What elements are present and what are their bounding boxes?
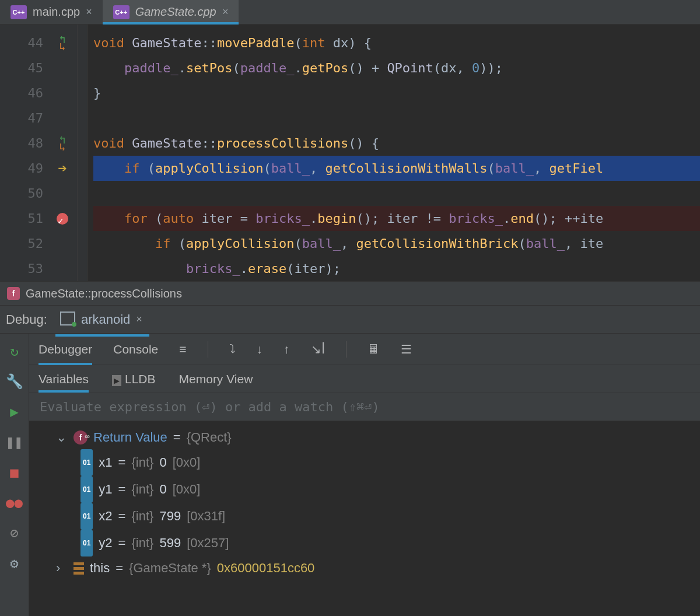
line-number: 49 xyxy=(22,156,43,181)
int-icon: 01 xyxy=(80,530,93,556)
debug-sidebar: ↻ 🔧 ▶ ❚❚ ■ ●● ⊘ ⚙ xyxy=(0,334,29,616)
breadcrumb-text[interactable]: GameState::processCollisions xyxy=(26,287,182,300)
var-name: x1 xyxy=(99,451,112,474)
step-over-icon[interactable]: ⤵ xyxy=(229,342,236,356)
debug-label: Debug: xyxy=(6,312,47,327)
code-area[interactable]: void GameState::movePaddle(int dx) { pad… xyxy=(88,24,700,281)
tab-label: main.cpp xyxy=(33,5,80,19)
int-icon: 01 xyxy=(80,449,93,476)
line-number: 48 xyxy=(22,131,43,156)
function-icon: f xyxy=(7,287,20,300)
execution-point-icon: ➔ xyxy=(58,156,67,181)
var-row-x1[interactable]: 01 x1 = {int} 0 [0x0] xyxy=(38,449,691,476)
pause-icon[interactable]: ❚❚ xyxy=(6,434,23,450)
vcs-change-icon: ↰↳ xyxy=(60,136,66,150)
cpp-file-icon: C++ xyxy=(113,5,130,19)
rerun-icon[interactable]: ↻ xyxy=(10,343,18,359)
tab-label: GameState.cpp xyxy=(135,5,216,19)
step-out-icon[interactable]: ↑ xyxy=(284,342,290,356)
tab-variables[interactable]: Variables xyxy=(38,366,89,392)
sub-tabs: Variables ▶LLDB Memory View xyxy=(29,365,700,393)
vcs-change-icon: ↰↳ xyxy=(60,36,66,50)
line-number: 51 xyxy=(22,206,43,231)
resume-icon[interactable]: ▶ xyxy=(10,404,18,420)
line-number: 53 xyxy=(22,256,43,281)
chevron-right-icon[interactable]: › xyxy=(56,556,68,580)
file-tabs: C++ main.cpp × C++ GameState.cpp × xyxy=(0,0,700,24)
tab-lldb[interactable]: ▶LLDB xyxy=(112,366,156,392)
fold-column[interactable] xyxy=(77,24,88,281)
var-row-return[interactable]: ⌄ f Return Value = {QRect} xyxy=(38,426,691,449)
evaluate-placeholder: Evaluate expression (⏎) or add a watch (… xyxy=(40,400,380,414)
stop-icon[interactable]: ■ xyxy=(10,464,18,481)
wrench-icon[interactable]: 🔧 xyxy=(6,373,23,390)
tab-main-cpp[interactable]: C++ main.cpp × xyxy=(0,0,103,24)
line-number: 50 xyxy=(22,181,43,206)
session-icon xyxy=(62,314,75,326)
var-name: Return Value xyxy=(93,426,167,449)
var-name: this xyxy=(90,556,110,580)
tab-debugger[interactable]: Debugger xyxy=(38,334,92,365)
chevron-down-icon[interactable]: ⌄ xyxy=(56,426,68,449)
line-number: 44 xyxy=(22,30,43,55)
debug-session-tab[interactable]: arkanoid × xyxy=(55,309,149,331)
mute-breakpoints-icon[interactable]: ⊘ xyxy=(10,525,18,541)
close-icon[interactable]: × xyxy=(86,6,92,18)
var-name: x2 xyxy=(99,505,112,528)
tab-memory-view[interactable]: Memory View xyxy=(179,366,253,392)
close-icon[interactable]: × xyxy=(222,6,229,18)
code-editor: 44↰↳ 45 46 47 48↰↳ 49➔ 50 51✓ 52 53 void… xyxy=(0,24,700,281)
tab-console[interactable]: Console xyxy=(113,334,158,365)
var-row-this[interactable]: › this = {GameState *} 0x60000151cc60 xyxy=(38,556,691,580)
var-name: y2 xyxy=(99,531,112,555)
evaluate-input[interactable]: Evaluate expression (⏎) or add a watch (… xyxy=(29,393,700,421)
gutter: 44↰↳ 45 46 47 48↰↳ 49➔ 50 51✓ 52 53 xyxy=(0,24,77,281)
layout-icon[interactable]: ☰ xyxy=(401,342,412,356)
var-name: y1 xyxy=(99,478,112,501)
breakpoints-icon[interactable]: ●● xyxy=(6,495,23,511)
int-icon: 01 xyxy=(80,503,93,530)
function-return-icon: f xyxy=(74,430,88,444)
line-number: 47 xyxy=(22,106,43,131)
calculator-icon[interactable]: 🖩 xyxy=(368,342,380,356)
var-row-y1[interactable]: 01 y1 = {int} 0 [0x0] xyxy=(38,476,691,503)
debug-titlebar: Debug: arkanoid × xyxy=(0,306,700,334)
tab-gamestate-cpp[interactable]: C++ GameState.cpp × xyxy=(103,0,239,24)
breadcrumb: f GameState::processCollisions xyxy=(0,281,700,306)
debug-main: Debugger Console ≡ ⤵ ↓ ↑ ↘ꟾ 🖩 ☰ Variable… xyxy=(29,334,700,616)
debug-panel: ↻ 🔧 ▶ ❚❚ ■ ●● ⊘ ⚙ Debugger Console ≡ ⤵ ↓… xyxy=(0,334,700,616)
var-row-x2[interactable]: 01 x2 = {int} 799 [0x31f] xyxy=(38,503,691,530)
struct-icon xyxy=(74,562,84,575)
run-to-cursor-icon[interactable]: ↘ꟾ xyxy=(311,342,325,356)
line-number: 52 xyxy=(22,231,43,256)
breakpoint-icon[interactable]: ✓ xyxy=(57,213,68,225)
close-icon[interactable]: × xyxy=(136,313,142,326)
line-number: 45 xyxy=(22,55,43,80)
settings-icon[interactable]: ⚙ xyxy=(10,555,18,572)
threads-icon[interactable]: ≡ xyxy=(179,342,186,356)
step-into-icon[interactable]: ↓ xyxy=(257,342,263,356)
int-icon: 01 xyxy=(80,476,93,503)
variables-tree: ⌄ f Return Value = {QRect} 01 x1 = {int}… xyxy=(29,421,700,584)
session-name: arkanoid xyxy=(81,312,130,327)
panel-tabs: Debugger Console ≡ ⤵ ↓ ↑ ↘ꟾ 🖩 ☰ xyxy=(29,334,700,365)
cpp-file-icon: C++ xyxy=(10,5,27,19)
line-number: 46 xyxy=(22,80,43,106)
var-row-y2[interactable]: 01 y2 = {int} 599 [0x257] xyxy=(38,530,691,556)
